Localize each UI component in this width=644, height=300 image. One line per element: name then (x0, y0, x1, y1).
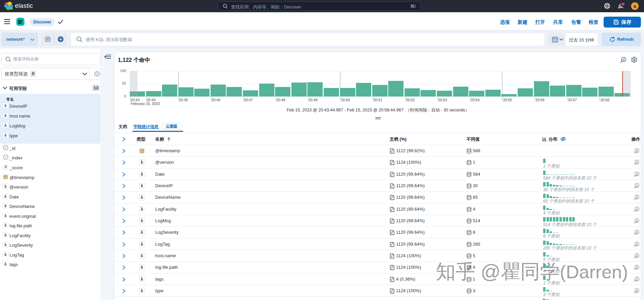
svg-text:?: ? (5, 146, 7, 149)
svg-text:?: ? (5, 155, 7, 159)
